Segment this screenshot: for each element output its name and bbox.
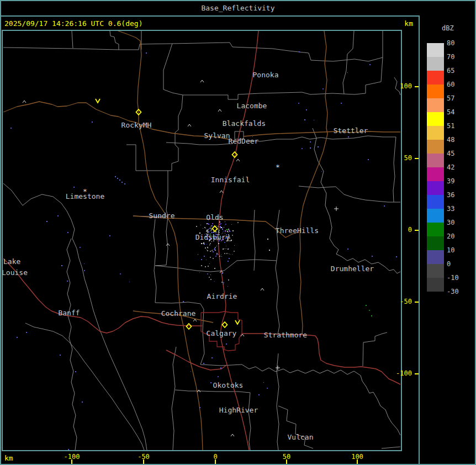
radar-echo-dot <box>225 225 225 225</box>
radar-echo-dot <box>67 281 68 282</box>
radar-app-window: Base_Reflectivity 2025/09/17 14:26:16 UT… <box>0 0 476 465</box>
radar-echo-dot <box>73 187 75 188</box>
radar-echo-dot <box>219 256 220 257</box>
radar-echo-dot <box>204 256 205 257</box>
radar-echo-dot <box>225 224 226 225</box>
radar-echo-dot <box>218 254 219 255</box>
radar-echo-dot <box>231 240 232 241</box>
city-label: HighRiver <box>219 406 258 414</box>
radar-echo-dot <box>213 231 214 232</box>
radar-echo-dot <box>209 228 210 229</box>
radar-echo-dot <box>209 263 210 264</box>
radar-echo-dot <box>218 230 219 231</box>
radar-echo-dot <box>221 256 222 257</box>
status-header: 2025/09/17 14:26:16 UTC 0.6(deg) km <box>1 17 419 31</box>
caret-marker-icon <box>166 244 170 246</box>
map-line <box>382 447 400 448</box>
radar-echo-dot <box>61 265 62 266</box>
map-line <box>253 210 255 271</box>
radar-echo-dot <box>371 315 372 316</box>
radar-echo-dot <box>211 229 212 230</box>
legend-swatch <box>427 236 444 250</box>
radar-echo-dot <box>204 244 205 245</box>
radar-echo-dot <box>384 205 385 207</box>
legend-tick-label: 36 <box>447 191 454 199</box>
radar-echo-dot <box>229 253 229 254</box>
map-line <box>363 332 387 366</box>
radar-echo-dot <box>198 254 198 255</box>
radar-echo-dot <box>369 64 371 65</box>
radar-echo-dot <box>207 230 208 231</box>
legend-swatch <box>427 71 444 84</box>
radar-echo-dot <box>234 245 235 246</box>
radar-echo-dot <box>208 224 209 225</box>
radar-echo-dot <box>223 282 224 283</box>
legend-swatch <box>427 98 444 112</box>
asterisk-marker-icon: * <box>276 163 280 171</box>
legend-swatch <box>427 57 444 71</box>
radar-echo-dot <box>314 120 314 120</box>
map-line <box>302 31 383 94</box>
radar-echo-dot <box>224 253 225 254</box>
map-line <box>248 393 251 450</box>
legend-swatch <box>427 126 444 140</box>
radar-echo-dot <box>229 231 230 232</box>
page-title: Base_Reflectivity <box>201 4 274 12</box>
map-line <box>3 102 136 123</box>
legend-units-label: dBZ <box>442 24 454 32</box>
radar-echo-dot <box>200 225 201 225</box>
map-line <box>126 145 168 171</box>
station-diamond-icon <box>223 322 228 327</box>
radar-echo-dot <box>201 259 202 260</box>
radar-echo-dot <box>213 251 214 252</box>
bottom-axis-tick-label: 100 <box>343 453 371 461</box>
radar-echo-dot <box>347 249 348 250</box>
radar-echo-dot <box>146 52 147 54</box>
radar-echo-dot <box>348 136 349 138</box>
radar-echo-dot <box>229 258 230 259</box>
city-label: Stettler <box>334 126 368 135</box>
radar-echo-dot <box>234 251 235 252</box>
city-label: Drumheller <box>331 265 374 273</box>
radar-echo-dot <box>232 254 232 255</box>
city-label: Vulcan <box>288 433 314 441</box>
radar-echo-dot <box>216 231 216 232</box>
radar-echo-dot <box>220 226 221 227</box>
radar-echo-dot <box>183 301 184 302</box>
legend-tick-label: 20 <box>447 232 454 241</box>
city-label: RockyMH <box>121 121 152 129</box>
radar-echo-dot <box>10 128 12 129</box>
legend-tick-label: 65 <box>447 66 454 75</box>
radar-echo-dot <box>207 250 208 251</box>
radar-echo-dot <box>210 228 211 229</box>
city-label: Blackfalds <box>223 119 266 128</box>
map-line <box>166 141 235 145</box>
legend-tick-label: 54 <box>447 108 454 117</box>
radar-echo-dot <box>124 183 125 184</box>
radar-echo-dot <box>224 242 225 243</box>
legend-swatch <box>427 278 444 292</box>
city-label: Limestone <box>66 192 105 200</box>
city-label: Strathmore <box>264 331 307 339</box>
map-line <box>163 44 302 99</box>
legend-tick-label: 39 <box>447 177 454 186</box>
radar-echo-dot <box>211 250 213 251</box>
radar-echo-dot <box>210 382 211 383</box>
radar-echo-dot <box>84 270 85 271</box>
radar-echo-dot <box>223 284 224 284</box>
legend-tick-label: 45 <box>447 149 454 158</box>
radar-echo-dot <box>228 249 229 250</box>
radar-echo-dot <box>225 231 226 232</box>
legend-swatch <box>427 140 444 154</box>
radar-echo-dot <box>229 230 230 231</box>
radar-echo-dot <box>396 256 397 257</box>
radar-echo-dot <box>226 229 227 230</box>
radar-map-canvas[interactable]: **PonokaLacombeBlackfaldsSylvanRedDeerSt… <box>3 31 401 450</box>
radar-echo-dot <box>224 227 224 228</box>
map-line <box>299 31 327 335</box>
radar-echo-dot <box>26 332 27 333</box>
radar-echo-dot <box>82 401 83 403</box>
radar-map[interactable]: **PonokaLacombeBlackfaldsSylvanRedDeerSt… <box>2 30 402 451</box>
radar-echo-dot <box>216 232 217 232</box>
right-axis-unit-label: km <box>388 19 413 28</box>
